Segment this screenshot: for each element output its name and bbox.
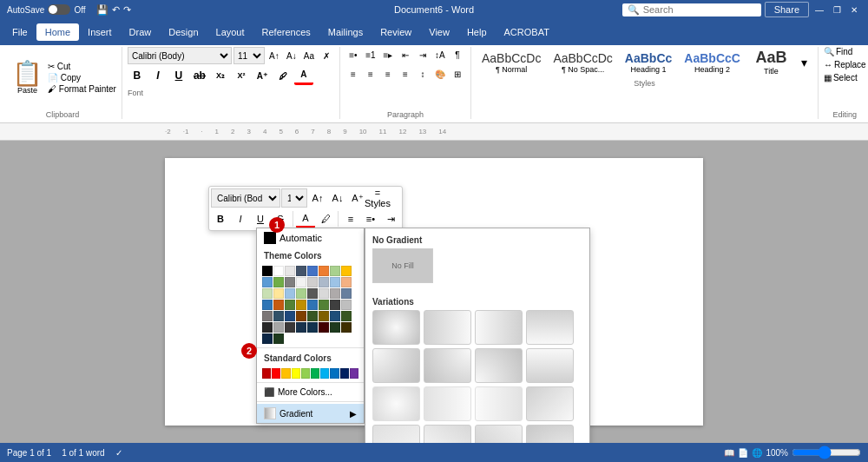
clear-format-btn[interactable]: ✗	[319, 48, 334, 63]
find-btn[interactable]: 🔍 Find	[824, 47, 852, 56]
subscript-btn[interactable]: X₂	[211, 66, 230, 85]
style-heading2[interactable]: AaBbCcC Heading 2	[679, 50, 746, 76]
color-cell[interactable]	[285, 311, 295, 321]
color-cell[interactable]	[285, 322, 295, 333]
color-cell[interactable]	[273, 300, 284, 310]
line-spacing-btn[interactable]: ↕	[415, 66, 431, 82]
underline-btn[interactable]: U	[169, 66, 188, 85]
style-no-spacing[interactable]: AaBbCcDc ¶ No Spac...	[548, 50, 617, 76]
var-cell-16[interactable]	[526, 425, 574, 443]
menu-references[interactable]: References	[253, 23, 319, 41]
color-cell[interactable]	[307, 288, 318, 299]
ft-font-select[interactable]: Calibri (Bod	[211, 188, 280, 208]
color-cell[interactable]	[273, 266, 284, 276]
color-cell[interactable]	[296, 266, 306, 276]
color-cell[interactable]	[341, 288, 352, 299]
numbering-btn[interactable]: ≡1	[363, 47, 378, 63]
sort-btn[interactable]: ↕A	[432, 47, 448, 63]
var-cell-4[interactable]	[526, 310, 574, 345]
var-cell-5[interactable]	[372, 348, 420, 383]
replace-btn[interactable]: ↔ Replace	[824, 60, 866, 69]
std-color-cell[interactable]	[330, 368, 339, 379]
std-color-cell[interactable]	[262, 368, 271, 379]
ft-italic[interactable]: I	[231, 209, 250, 228]
var-cell-14[interactable]	[424, 425, 471, 443]
menu-home[interactable]: Home	[36, 23, 79, 41]
view-print-btn[interactable]: 📄	[738, 448, 748, 458]
color-cell[interactable]	[341, 322, 352, 333]
justify-btn[interactable]: ≡	[398, 66, 413, 82]
gradient-item[interactable]: Gradient ▶	[257, 404, 364, 423]
ft-font-color[interactable]: A	[296, 209, 315, 228]
show-marks-btn[interactable]: ¶	[450, 47, 465, 63]
search-input[interactable]	[643, 4, 747, 15]
color-cell[interactable]	[285, 288, 295, 299]
color-cell[interactable]	[330, 277, 340, 287]
color-cell[interactable]	[262, 311, 273, 321]
color-cell[interactable]	[262, 322, 273, 333]
color-cell[interactable]	[341, 300, 352, 310]
var-cell-12[interactable]	[526, 386, 574, 421]
border-btn[interactable]: ⊞	[450, 66, 465, 82]
color-cell[interactable]	[307, 266, 318, 276]
menu-mailings[interactable]: Mailings	[319, 23, 372, 41]
color-cell[interactable]	[285, 266, 295, 276]
std-color-cell[interactable]	[301, 368, 310, 379]
copy-button[interactable]: 📄 Copy	[48, 73, 116, 82]
restore-button[interactable]: ❐	[830, 3, 844, 16]
std-color-cell[interactable]	[350, 368, 358, 379]
share-button[interactable]: Share	[765, 2, 809, 17]
increase-font-btn[interactable]: A↑	[266, 48, 282, 63]
color-cell[interactable]	[296, 277, 306, 287]
ft-styles-btn[interactable]: = Styles	[368, 188, 387, 208]
autosave-toggle[interactable]	[48, 4, 70, 15]
std-color-cell[interactable]	[272, 368, 280, 379]
styles-more-btn[interactable]: ▾	[797, 55, 812, 70]
menu-design[interactable]: Design	[160, 23, 207, 41]
color-cell[interactable]	[262, 277, 273, 287]
color-cell[interactable]	[330, 311, 340, 321]
no-gradient-swatch[interactable]: No Fill	[372, 248, 433, 283]
select-btn[interactable]: ▦ Select	[824, 73, 858, 82]
color-cell[interactable]	[307, 277, 318, 287]
var-cell-6[interactable]	[424, 348, 471, 383]
format-painter-button[interactable]: 🖌 Format Painter	[48, 84, 116, 94]
color-cell[interactable]	[262, 288, 273, 299]
color-cell[interactable]	[330, 322, 340, 333]
shading-btn[interactable]: 🎨	[432, 66, 448, 82]
italic-btn[interactable]: I	[148, 66, 168, 85]
bullets-btn[interactable]: ≡•	[345, 47, 361, 63]
color-cell[interactable]	[296, 288, 306, 299]
undo-icon[interactable]: ↶	[112, 4, 120, 16]
var-cell-15[interactable]	[475, 425, 523, 443]
style-heading1[interactable]: AaBbCc Heading 1	[620, 50, 677, 76]
color-cell[interactable]	[341, 277, 352, 287]
ft-increase-font[interactable]: A↑	[308, 188, 327, 208]
color-cell[interactable]	[262, 333, 273, 344]
color-cell[interactable]	[296, 300, 306, 310]
redo-icon[interactable]: ↷	[123, 4, 131, 16]
font-color-btn[interactable]: A	[294, 66, 313, 85]
align-left-btn[interactable]: ≡	[345, 66, 361, 82]
color-cell[interactable]	[341, 266, 352, 276]
color-cell[interactable]	[262, 300, 273, 310]
menu-review[interactable]: Review	[372, 23, 420, 41]
paste-button[interactable]: 📋 Paste	[9, 58, 46, 98]
color-cell[interactable]	[296, 322, 306, 333]
color-cell[interactable]	[319, 266, 329, 276]
ft-underline[interactable]: U	[251, 209, 270, 228]
menu-file[interactable]: File	[3, 23, 36, 41]
var-cell-11[interactable]	[475, 386, 523, 421]
color-cell[interactable]	[273, 333, 284, 344]
color-cell[interactable]	[273, 322, 284, 333]
std-color-cell[interactable]	[340, 368, 349, 379]
menu-view[interactable]: View	[420, 23, 458, 41]
style-title[interactable]: AaB Title	[747, 47, 795, 77]
increase-indent-btn[interactable]: ⇥	[415, 47, 431, 63]
color-cell[interactable]	[319, 300, 329, 310]
view-web-btn[interactable]: 🌐	[752, 448, 762, 458]
change-case-btn[interactable]: Aa	[301, 48, 317, 63]
align-right-btn[interactable]: ≡	[380, 66, 396, 82]
var-cell-3[interactable]	[475, 310, 523, 345]
menu-layout[interactable]: Layout	[207, 23, 253, 41]
